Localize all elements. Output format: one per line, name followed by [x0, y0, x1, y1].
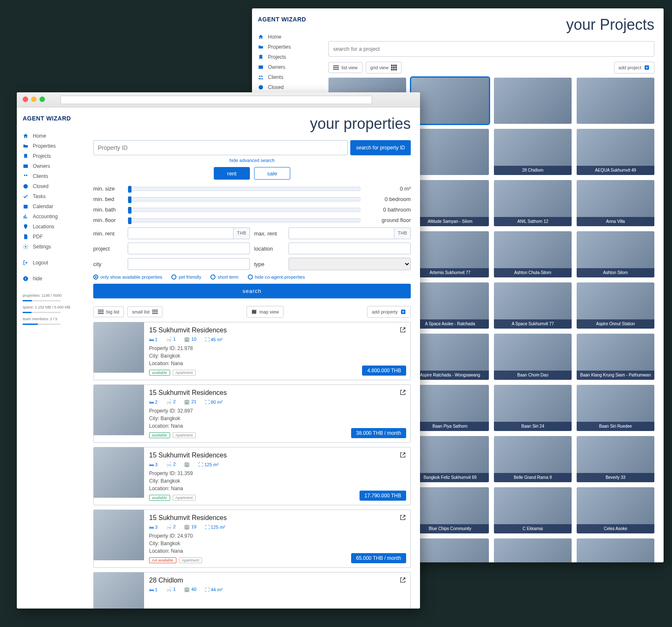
add-project-button[interactable]: add project — [614, 62, 654, 73]
project-card[interactable]: Centro Bangna — [411, 538, 489, 562]
grid-view-button[interactable]: grid view — [366, 62, 402, 73]
nav-home[interactable]: Home — [258, 32, 319, 42]
nav-closed[interactable]: Closed — [23, 181, 84, 191]
property-card[interactable]: 15 Sukhumvit Residences🛏 3🛁 2🏢 19⛶ 125 m… — [93, 509, 411, 568]
location-input[interactable] — [289, 243, 411, 254]
nav-calendar[interactable]: Calendar — [23, 201, 84, 212]
rent-toggle[interactable]: rent — [214, 167, 250, 180]
only-available-radio[interactable]: only show available properties — [93, 274, 162, 280]
project-card[interactable]: A Space Asoke - Ratchada — [411, 282, 489, 329]
open-icon[interactable] — [399, 514, 406, 521]
property-card[interactable]: 15 Sukhumvit Residences🛏 1🛁 1🏢 10⛶ 45 m²… — [93, 322, 411, 380]
type-select[interactable] — [289, 258, 411, 270]
sale-toggle[interactable]: sale — [254, 167, 290, 180]
project-card[interactable] — [577, 538, 654, 562]
folder-icon — [258, 44, 264, 50]
project-card[interactable]: C Ekkamai — [494, 487, 572, 533]
project-card[interactable]: Belle Grand Rama 9 — [494, 436, 572, 482]
property-id-input[interactable] — [93, 140, 348, 155]
nav-properties[interactable]: Properties — [258, 42, 319, 52]
min-bed-slider[interactable]: min. bed0 bedroom — [93, 196, 411, 202]
nav-closed[interactable]: Closed — [258, 82, 319, 92]
small-list-button[interactable]: small list — [127, 306, 163, 317]
nav-projects[interactable]: Projects — [23, 151, 84, 161]
project-caption: Beverly 33 — [577, 473, 654, 482]
project-card[interactable]: Baan Klang Krung Siam - Pathumwan — [577, 334, 654, 380]
nav-logout[interactable]: Logout — [23, 258, 84, 268]
project-card[interactable]: Baan Chom Dao — [494, 334, 572, 380]
short-term-radio[interactable]: short term — [210, 274, 239, 280]
property-card[interactable]: 15 Sukhumvit Residences🛏 2🛁 2🏢 21⛶ 80 m²… — [93, 384, 411, 443]
project-card[interactable] — [411, 129, 489, 175]
property-card[interactable]: 28 Chidlom🛏 1🛁 1🏢 40⛶ 44 m² — [93, 572, 411, 609]
project-card[interactable]: Baan Piya Sathorn — [411, 385, 489, 431]
min-bath-slider[interactable]: min. bath0 bathroom — [93, 206, 411, 213]
min-floor-slider[interactable]: min. floorground floor — [93, 217, 411, 223]
page-title: your Projects — [328, 16, 654, 34]
titlebar — [17, 92, 420, 107]
project-card[interactable]: Bangkok Feliz Sukhumvit 69 — [411, 436, 489, 482]
project-card[interactable]: Blue Chips Community — [411, 487, 489, 533]
logout-icon — [23, 260, 29, 266]
city-input[interactable] — [128, 258, 250, 270]
project-card[interactable]: Ashton Silom — [577, 231, 654, 277]
open-icon[interactable] — [399, 389, 406, 396]
open-icon[interactable] — [399, 452, 406, 458]
nav-locations[interactable]: Locations — [23, 222, 84, 232]
url-bar[interactable] — [60, 96, 372, 104]
project-card[interactable]: 28 Chidlom — [494, 129, 572, 175]
map-view-button[interactable]: map view — [247, 306, 284, 318]
nav-clients[interactable]: Clients — [258, 72, 319, 82]
project-card[interactable]: Beverly 33 — [577, 436, 654, 482]
big-list-button[interactable]: big list — [93, 306, 124, 317]
project-search-input[interactable] — [328, 41, 654, 57]
nav-settings[interactable]: Settings — [23, 242, 84, 252]
project-card[interactable]: Artemis Sukhumvit 77 — [411, 231, 489, 277]
nav-tasks[interactable]: Tasks — [23, 191, 84, 201]
nav-properties[interactable]: Properties — [23, 141, 84, 151]
nav-owners[interactable]: Owners — [258, 62, 319, 72]
project-card[interactable]: AEQUA Sukhumvit 49 — [577, 129, 654, 175]
nav-projects[interactable]: Projects — [258, 52, 319, 62]
project-card[interactable] — [577, 78, 654, 124]
min-size-slider[interactable]: min. size0 m² — [93, 185, 411, 192]
window-controls[interactable] — [23, 96, 48, 104]
project-card[interactable]: ANIL Sathorn 12 — [494, 180, 572, 226]
project-card[interactable]: Celes Asoke — [577, 487, 654, 533]
open-icon[interactable] — [399, 577, 406, 583]
project-card[interactable]: Altitude Samyan - Silom — [411, 180, 489, 226]
project-card[interactable]: Anna Villa — [577, 180, 654, 226]
type-badge: Apartment — [173, 432, 196, 438]
nav-accounting[interactable]: Accounting — [23, 212, 84, 222]
max-rent-input[interactable] — [289, 227, 394, 239]
property-thumbnail — [94, 510, 144, 560]
project-input[interactable] — [128, 243, 250, 254]
list-view-button[interactable]: list view — [328, 62, 362, 73]
area-icon: ⛶ 45 m² — [205, 337, 223, 342]
property-card[interactable]: 15 Sukhumvit Residences🛏 3🛁 2🏢 ⛶ 125 m²P… — [93, 447, 411, 505]
project-card[interactable]: Aspire Ratchada - Wongsawang — [411, 334, 489, 380]
project-card[interactable] — [411, 78, 489, 124]
nav-owners[interactable]: Owners — [23, 161, 84, 171]
hide-coagent-radio[interactable]: hide co-agent-properties — [248, 274, 305, 280]
nav-pdf[interactable]: PDF — [23, 232, 84, 242]
project-card[interactable] — [494, 538, 572, 562]
project-caption: Artemis Sukhumvit 77 — [411, 268, 489, 277]
nav-clients[interactable]: Clients — [23, 171, 84, 181]
search-id-button[interactable]: search for property ID — [350, 140, 411, 155]
project-card[interactable] — [494, 78, 572, 124]
project-card[interactable]: Baan Siri Ruedee — [577, 385, 654, 431]
nav-home[interactable]: Home — [23, 131, 84, 141]
pet-friendly-radio[interactable]: pet friendly — [171, 274, 201, 280]
search-button[interactable]: search — [93, 284, 411, 298]
nav-hide[interactable]: hide — [23, 274, 84, 284]
project-card[interactable]: A Space Sukhumvit 77 — [494, 282, 572, 329]
add-property-button[interactable]: add property — [367, 306, 411, 318]
open-icon[interactable] — [399, 327, 406, 333]
project-card[interactable]: Ashton Chula-Silom — [494, 231, 572, 277]
toggle-advanced-link[interactable]: hide advanced search — [93, 158, 411, 163]
project-card[interactable]: Aspire Onnut Station — [577, 282, 654, 329]
min-rent-input[interactable] — [128, 227, 234, 239]
project-card[interactable]: Baan Siri 24 — [494, 385, 572, 431]
floor-icon: 🏢 10 — [184, 337, 196, 342]
